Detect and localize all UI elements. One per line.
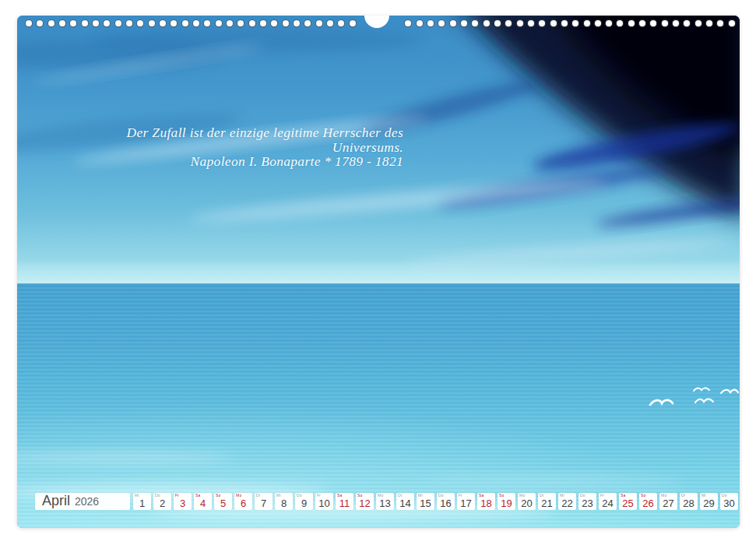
calendar-day-cell: Do2 [153, 493, 171, 510]
binding-hole [494, 20, 501, 26]
month-box: April 2026 [35, 493, 130, 510]
binding-hole [249, 20, 255, 26]
day-number: 3 [174, 498, 192, 509]
calendar-strip: April 2026 Mi1Do2Fr3Sa4So5Mo6Di7Mi8Do9Fr… [17, 493, 740, 510]
day-number: 29 [700, 498, 718, 509]
calendar-day-cell: Sa18 [477, 493, 495, 510]
day-number: 7 [255, 498, 273, 509]
day-number: 18 [477, 498, 495, 509]
weekday-label: Mi [276, 494, 281, 498]
day-number: 10 [315, 498, 333, 509]
calendar-day-cell: Sa4 [194, 493, 212, 510]
weekday-label: Mi [135, 494, 139, 498]
calendar-day-cell: So12 [356, 493, 374, 510]
binding-hole [316, 20, 322, 26]
binding-hole [294, 20, 300, 26]
month-label: April [42, 493, 70, 509]
calendar-day-cell: Fr10 [315, 493, 333, 510]
calendar-day-cell: Do23 [578, 493, 596, 510]
seagull-icon [650, 400, 673, 405]
day-number: 17 [457, 498, 475, 509]
binding-hole [528, 20, 534, 26]
seagull-icon [695, 399, 713, 403]
binding-hole [729, 20, 735, 26]
calendar-day-cell: Fr17 [457, 493, 475, 510]
calendar-day-cell: Mi1 [133, 493, 151, 510]
binding-hole [48, 20, 55, 26]
binding-hole [461, 20, 467, 26]
calendar-day-cell: Mo13 [376, 493, 394, 510]
calendar-day-cell: So26 [639, 493, 657, 510]
binding-hole [126, 20, 132, 26]
day-number: 24 [599, 498, 617, 509]
calendar-day-cell: Fr3 [174, 493, 192, 510]
day-number: 6 [234, 498, 252, 509]
binding-hole [483, 20, 490, 26]
calendar-day-cell: Do30 [720, 493, 738, 510]
calendar-day-cell: Mi15 [417, 493, 434, 510]
binding-hole [283, 20, 289, 26]
day-number: 30 [720, 498, 738, 509]
binding-hole [59, 20, 65, 26]
binding-hole [427, 20, 434, 26]
day-number: 19 [498, 498, 515, 509]
day-number: 23 [578, 498, 596, 509]
binding-hole [193, 20, 199, 26]
day-number: 12 [356, 498, 374, 509]
day-number: 27 [659, 498, 677, 509]
calendar-day-cell: Sa25 [619, 493, 637, 510]
binding-hole [327, 20, 333, 26]
calendar-product-image: Der Zufall ist der einzige legitime Herr… [0, 0, 756, 545]
binding-hole [26, 20, 32, 26]
binding-hole [695, 20, 701, 26]
day-number: 16 [437, 498, 455, 509]
binding-hole [350, 20, 356, 26]
photo-overlay [17, 16, 740, 528]
calendar-day-cell: Mo6 [234, 493, 252, 510]
calendar-day-cell: Di21 [538, 493, 556, 510]
binding-hole [584, 20, 590, 26]
day-number: 25 [619, 498, 637, 509]
day-number: 9 [295, 498, 313, 509]
calendar-day-cell: Di28 [680, 493, 698, 510]
day-number: 20 [518, 498, 536, 509]
day-number: 26 [639, 498, 657, 509]
calendar-day-cell: Do16 [437, 493, 455, 510]
calendar-day-cell: So19 [498, 493, 515, 510]
binding-hole [160, 20, 166, 26]
binding-hole [417, 20, 423, 26]
calendar-day-cell: Mo27 [659, 493, 677, 510]
day-number: 28 [680, 498, 698, 509]
calendar-day-cell: Mo20 [518, 493, 536, 510]
calendar-day-cell: Mi22 [558, 493, 576, 510]
day-number: 21 [538, 498, 556, 509]
day-number: 4 [194, 498, 212, 509]
calendar-day-cell: Sa11 [336, 493, 353, 510]
calendar-day-cell: So5 [214, 493, 232, 510]
day-number: 2 [153, 498, 171, 509]
seagull-icon [721, 390, 738, 393]
binding-hole [662, 20, 668, 26]
quote-line-1: Der Zufall ist der einzige legitime Herr… [76, 125, 403, 154]
calendar-page: Der Zufall ist der einzige legitime Herr… [17, 16, 740, 528]
weekday-label: Di [256, 494, 260, 498]
day-number: 22 [558, 498, 576, 509]
binding-hole [628, 20, 635, 26]
seagulls [650, 388, 738, 405]
binding-hole [93, 20, 99, 26]
quote-line-2: Napoleon I. Bonaparte * 1789 - 1821 [76, 154, 403, 169]
calendar-day-cell: Di14 [396, 493, 414, 510]
quote: Der Zufall ist der einzige legitime Herr… [76, 125, 403, 169]
binding-hole [595, 20, 601, 26]
binding-hole [260, 20, 266, 26]
day-number: 1 [133, 498, 151, 509]
binding-hole [216, 20, 222, 26]
calendar-day-cell: Di7 [255, 493, 273, 510]
calendar-day-cell: Mi8 [275, 493, 293, 510]
binding-hole [517, 20, 523, 26]
day-number: 15 [417, 498, 434, 509]
binding-hole [550, 20, 557, 26]
binding-hole [450, 20, 456, 26]
day-number: 13 [376, 498, 394, 509]
binding-hole [182, 20, 188, 26]
